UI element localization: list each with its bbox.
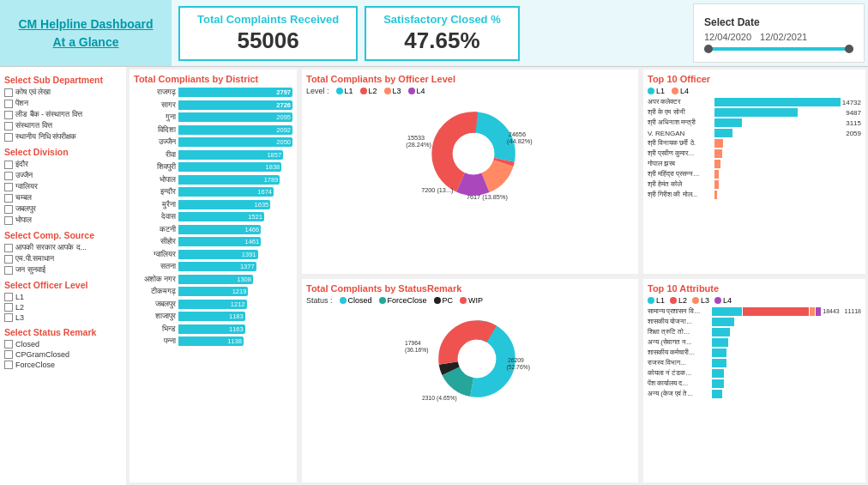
comp-source-title: Select Comp. Source [4, 230, 122, 240]
sidebar: Select Sub Department कोष एवं लेखा पेंशन… [0, 67, 127, 485]
legend-l2: L2 [360, 87, 377, 95]
legend-forceclose: ForceClose [379, 296, 427, 305]
district-bar-ujjain: उज्जैन 2050 [134, 136, 292, 148]
checkbox-div-4[interactable] [4, 205, 13, 214]
checkbox-src-2[interactable] [4, 266, 13, 275]
date-to: 12/02/2021 [760, 32, 807, 42]
ol-item-2: L3 [4, 313, 122, 322]
main-content: Select Sub Department कोष एवं लेखा पेंशन… [0, 67, 868, 485]
district-bar-rajgarh: राजगढ़ 2797 [134, 87, 292, 98]
officer-row-3: V. RENGAN 2059 [648, 129, 861, 137]
attr-legend-l2: L2 [670, 296, 687, 305]
checkbox-subdept-2[interactable] [4, 111, 13, 119]
status-prefix: Status : [306, 296, 333, 305]
district-chart-title: Total Compliants by District [134, 74, 292, 84]
satisfactory-label: Satisfactory Closed % [383, 13, 501, 26]
dashboard-title-link[interactable]: CM Helpline Dashboard At a Glance [18, 15, 153, 52]
officer-row-6: गोपाल झरब [648, 160, 861, 168]
checkbox-src-0[interactable] [4, 244, 13, 252]
date-selector[interactable]: Select Date 12/04/2020 12/02/2021 [693, 3, 865, 63]
div-item-4: जबलपुर [4, 204, 122, 214]
center-charts: Total Compliants by Officer Level Level … [299, 67, 641, 485]
district-bar-bhind: भिन्ड 1163 [134, 324, 292, 335]
sr-item-2: ForceClose [4, 361, 122, 369]
svg-point-16 [464, 345, 490, 371]
svg-text:7200 (13...): 7200 (13...) [421, 186, 453, 194]
district-bar-tikamgarh: टीकमगढ़ 1219 [134, 286, 292, 297]
sub-dept-item-1: पेंशन [4, 99, 122, 108]
svg-text:(28.24%): (28.24%) [406, 141, 431, 149]
header: CM Helpline Dashboard At a Glance Total … [0, 0, 868, 67]
attr-row-6: कोयला नं टंडक... [648, 369, 861, 378]
div-item-1: उज्जैन [4, 171, 122, 180]
district-bar-gwalior: ग्वालियर 1391 [134, 249, 292, 260]
checkbox-ol-2[interactable] [4, 313, 13, 322]
ol-item-1: L2 [4, 303, 122, 312]
district-chart-panel: Total Compliants by District राजगढ़ 2797… [130, 70, 297, 482]
attr-row-3: अन्य (सेवागत न... [648, 338, 861, 347]
attr-row-1: शासकीय योजना... [648, 318, 861, 326]
district-bar-katni: कटनी 1466 [134, 224, 292, 235]
top10-officer-panel: Top 10 Officer L1 L4 अपर कलेक्टर 14732 श… [643, 70, 865, 274]
svg-text:26209: 26209 [508, 357, 524, 363]
officer-row-4: श्री विनायक छर्री ठे. [648, 139, 861, 148]
officer-row-8: श्री हेमंत कोले [648, 180, 861, 189]
attr-row-2: शिक्षा त्रुटि तो... [648, 328, 861, 336]
checkbox-div-3[interactable] [4, 194, 13, 203]
district-bar-guna: गुना 2095 [134, 112, 292, 123]
total-complaints-value: 55006 [237, 27, 298, 54]
checkbox-div-2[interactable] [4, 183, 13, 191]
sub-dept-item-4: स्थानीय निधि संपरीक्षक [4, 132, 122, 142]
src-item-1: एम.पी.समाधान [4, 254, 122, 264]
attr-legend-l3: L3 [692, 296, 709, 305]
sr-item-1: CPGramClosed [4, 350, 122, 359]
svg-text:(44.82%): (44.82%) [507, 137, 533, 145]
sub-dept-item-0: कोष एवं लेखा [4, 88, 122, 97]
right-panels: Top 10 Officer L1 L4 अपर कलेक्टर 14732 श… [641, 67, 868, 485]
legend-wip: WIP [460, 296, 483, 305]
checkbox-src-1[interactable] [4, 255, 13, 264]
checkbox-div-5[interactable] [4, 216, 13, 225]
select-date-label: Select Date [704, 16, 853, 28]
satisfactory-value: 47.65% [404, 27, 479, 54]
officer-donut-container: 15533 (28.24%) 24656 (44.82%) 7200 (13..… [306, 98, 634, 209]
checkbox-ol-0[interactable] [4, 293, 13, 301]
checkbox-ol-1[interactable] [4, 303, 13, 312]
legend-pc: PC [434, 296, 454, 305]
total-complaints-stat: Total Complaints Received 55006 [178, 6, 358, 61]
legend-label-prefix: Level : [306, 87, 329, 95]
checkbox-div-0[interactable] [4, 161, 13, 169]
officer-row-0: अपर कलेक्टर 14732 [648, 98, 861, 106]
checkbox-subdept-1[interactable] [4, 100, 13, 108]
div-item-5: भोपाल [4, 215, 122, 225]
div-item-0: इंदौर [4, 160, 122, 169]
checkbox-sr-2[interactable] [4, 361, 13, 369]
district-bar-morena: मुरैना 1635 [134, 199, 292, 210]
officer-row-5: श्री प्रवीण कुमार... [648, 149, 861, 158]
date-from: 12/04/2020 [704, 32, 751, 42]
checkbox-sr-0[interactable] [4, 340, 13, 349]
district-bar-vidisha: विदिशा 2092 [134, 124, 292, 136]
sr-item-0: Closed [4, 340, 122, 349]
checkbox-subdept-3[interactable] [4, 122, 13, 130]
officer-level-chart-title: Total Compliants by Officer Level [306, 74, 634, 84]
legend-closed: Closed [340, 296, 372, 305]
district-bar-shajapur: शाजापुर 1183 [134, 311, 292, 322]
officer-level-title: Select Officer Level [4, 280, 122, 290]
checkbox-div-1[interactable] [4, 172, 13, 180]
src-item-0: आपकी सरकार आपके द... [4, 243, 122, 252]
sub-dept-item-3: संस्थागत वित्त [4, 121, 122, 130]
district-bar-shivpuri: शिवपुरी 1838 [134, 161, 292, 173]
top10-attribute-panel: Top 10 Attribute L1 L2 L3 L4 सामान्य प्र… [643, 279, 865, 483]
checkbox-subdept-4[interactable] [4, 133, 13, 142]
checkbox-sr-1[interactable] [4, 350, 13, 359]
svg-text:7617 (13.85%): 7617 (13.85%) [467, 193, 508, 201]
svg-text:17964: 17964 [405, 340, 421, 346]
district-bar-ashoknagar: अशोक नगर 1308 [134, 274, 292, 285]
top10-attribute-title: Top 10 Attribute [648, 283, 861, 294]
checkbox-subdept-0[interactable] [4, 88, 13, 97]
district-bar-jabalpur: जबलपुर 1212 [134, 299, 292, 310]
district-bar-bhopal: भोपाल 1789 [134, 174, 292, 185]
div-item-3: चम्बल [4, 193, 122, 203]
header-title-block: CM Helpline Dashboard At a Glance [0, 0, 172, 66]
